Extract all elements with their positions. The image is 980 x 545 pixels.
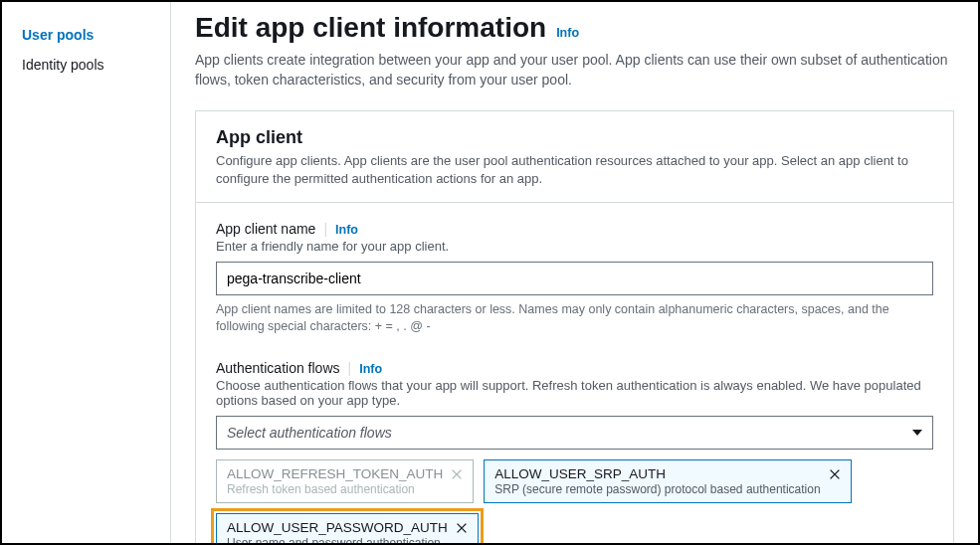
- auth-flows-chips: ALLOW_REFRESH_TOKEN_AUTH Refresh token b…: [216, 459, 933, 543]
- panel-header: App client Configure app clients. App cl…: [196, 111, 953, 203]
- auth-flows-hint: Choose authentication flows that your ap…: [216, 378, 933, 408]
- panel-title: App client: [216, 127, 933, 148]
- auth-flows-select[interactable]: Select authentication flows: [216, 416, 933, 450]
- app-client-name-help: App client names are limited to 128 char…: [216, 301, 933, 336]
- chip-title: ALLOW_USER_PASSWORD_AUTH: [227, 520, 448, 535]
- separator: |: [323, 221, 327, 237]
- app-client-name-hint: Enter a friendly name for your app clien…: [216, 239, 933, 254]
- auth-flows-label-row: Authentication flows | Info: [216, 360, 933, 376]
- app-client-panel: App client Configure app clients. App cl…: [195, 110, 954, 543]
- auth-flow-chip-refresh-token: ALLOW_REFRESH_TOKEN_AUTH Refresh token b…: [216, 459, 474, 503]
- page-info-link[interactable]: Info: [556, 26, 579, 40]
- page-title-row: Edit app client information Info: [195, 12, 954, 44]
- chip-title: ALLOW_USER_SRP_AUTH: [494, 466, 820, 481]
- chip-title: ALLOW_REFRESH_TOKEN_AUTH: [227, 466, 443, 481]
- page-description: App clients create integration between y…: [195, 50, 951, 91]
- app-client-name-label-row: App client name | Info: [216, 221, 933, 237]
- sidebar-item-identity-pools[interactable]: Identity pools: [2, 50, 170, 80]
- app-client-name-label: App client name: [216, 221, 315, 237]
- separator: |: [348, 360, 352, 376]
- app-client-name-input[interactable]: [216, 262, 933, 295]
- sidebar: User pools Identity pools: [2, 2, 171, 543]
- auth-flows-select-placeholder: Select authentication flows: [227, 425, 392, 441]
- panel-body: App client name | Info Enter a friendly …: [196, 203, 953, 543]
- close-icon[interactable]: [827, 466, 843, 482]
- app-frame: User pools Identity pools Edit app clien…: [0, 0, 980, 545]
- auth-flows-info-link[interactable]: Info: [359, 362, 382, 376]
- chip-subtitle: User name and password authentication: [227, 536, 448, 543]
- chip-subtitle: SRP (secure remote password) protocol ba…: [494, 482, 820, 496]
- chevron-down-icon: [912, 430, 922, 436]
- app-client-name-info-link[interactable]: Info: [335, 223, 358, 237]
- auth-flows-label: Authentication flows: [216, 360, 340, 376]
- chip-subtitle: Refresh token based authentication: [227, 482, 443, 496]
- page-title: Edit app client information: [195, 12, 546, 44]
- main-content: Edit app client information Info App cli…: [171, 2, 978, 543]
- close-icon[interactable]: [454, 520, 470, 536]
- close-icon: [449, 466, 465, 482]
- auth-flow-chip-user-srp: ALLOW_USER_SRP_AUTH SRP (secure remote p…: [484, 459, 851, 503]
- sidebar-item-user-pools[interactable]: User pools: [2, 20, 170, 50]
- auth-flow-chip-user-password: ALLOW_USER_PASSWORD_AUTH User name and p…: [216, 513, 479, 543]
- panel-subtitle: Configure app clients. App clients are t…: [216, 152, 933, 188]
